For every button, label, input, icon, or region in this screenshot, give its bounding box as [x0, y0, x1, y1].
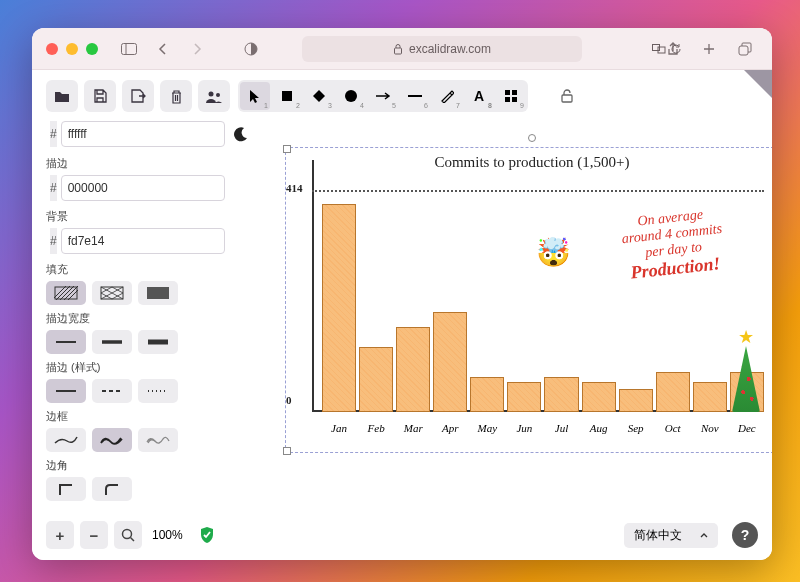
stroke-style-solid[interactable]	[46, 379, 86, 403]
svg-rect-6	[739, 46, 748, 55]
properties-panel: # 描边 # 背景 # 填充	[46, 120, 222, 501]
canvas-selection[interactable]: Commits to production (1,500+) 414 0 Jan…	[288, 150, 772, 450]
export-button[interactable]	[122, 80, 154, 112]
background-hex-input[interactable]	[61, 228, 225, 254]
resize-handle-bl[interactable]	[283, 447, 291, 455]
svg-rect-13	[512, 90, 517, 95]
x-tick-label: Apr	[433, 422, 467, 434]
back-button[interactable]	[150, 37, 176, 61]
background-label: 背景	[46, 209, 222, 224]
dark-mode-toggle[interactable]	[233, 120, 249, 148]
svg-rect-0	[122, 43, 137, 54]
sloppiness-architect[interactable]	[46, 428, 86, 452]
fill-cross[interactable]	[92, 281, 132, 305]
x-tick-label: May	[470, 422, 504, 434]
language-selector[interactable]: 简体中文	[624, 523, 718, 548]
canvas-bg-input[interactable]	[61, 121, 225, 147]
tool-ellipse[interactable]: 4	[336, 82, 366, 110]
tool-rectangle[interactable]: 2	[272, 82, 302, 110]
sloppiness-label: 边框	[46, 409, 222, 424]
forward-button[interactable]	[184, 37, 210, 61]
fill-hachure[interactable]	[46, 281, 86, 305]
tool-line[interactable]: 6	[400, 82, 430, 110]
lock-tool-button[interactable]	[554, 84, 580, 108]
open-button[interactable]	[46, 80, 78, 112]
new-tab-icon[interactable]	[696, 37, 722, 61]
window-controls	[46, 43, 98, 55]
stroke-width-thick[interactable]	[138, 330, 178, 354]
star-icon: ★	[738, 326, 754, 348]
svg-rect-17	[55, 287, 77, 299]
zoom-value[interactable]: 100%	[148, 528, 187, 542]
edges-sharp[interactable]	[46, 477, 86, 501]
x-tick-label: Mar	[396, 422, 430, 434]
close-window-button[interactable]	[46, 43, 58, 55]
browser-window: excalidraw.com	[32, 28, 772, 560]
x-tick-label: Jul	[544, 422, 578, 434]
x-tick-label: Feb	[359, 422, 393, 434]
address-bar[interactable]: excalidraw.com	[302, 36, 582, 62]
tool-text[interactable]: A8	[464, 82, 494, 110]
svg-point-7	[209, 91, 214, 96]
svg-rect-12	[505, 90, 510, 95]
svg-point-8	[216, 93, 220, 97]
save-button[interactable]	[84, 80, 116, 112]
zoom-in-button[interactable]: +	[46, 521, 74, 549]
zoom-reset-button[interactable]	[114, 521, 142, 549]
stroke-style-label: 描边 (样式)	[46, 360, 222, 375]
encryption-shield-icon[interactable]	[199, 526, 215, 544]
x-tick-label: Jan	[322, 422, 356, 434]
minimize-window-button[interactable]	[66, 43, 78, 55]
hash-icon: #	[50, 228, 57, 254]
stroke-style-dashed[interactable]	[92, 379, 132, 403]
stroke-style-dotted[interactable]	[138, 379, 178, 403]
fill-solid[interactable]	[138, 281, 178, 305]
library-corner-icon[interactable]	[744, 70, 772, 98]
file-actions	[46, 80, 230, 112]
titlebar: excalidraw.com	[32, 28, 772, 70]
stroke-label: 描边	[46, 156, 222, 171]
x-tick-label: Oct	[656, 422, 690, 434]
tool-selection[interactable]: 1	[240, 82, 270, 110]
y-max-label: 414	[286, 182, 303, 194]
hash-icon: #	[50, 175, 57, 201]
stroke-width-thin[interactable]	[46, 330, 86, 354]
translate-icon[interactable]	[652, 44, 666, 54]
zoom-out-button[interactable]: −	[80, 521, 108, 549]
stroke-width-label: 描边宽度	[46, 311, 222, 326]
svg-rect-9	[282, 91, 292, 101]
svg-rect-18	[101, 287, 123, 299]
chart-gridline-max	[312, 190, 764, 192]
tool-image[interactable]: 9	[496, 82, 526, 110]
fill-label: 填充	[46, 262, 222, 277]
help-button[interactable]: ?	[732, 522, 758, 548]
tool-arrow[interactable]: 5	[368, 82, 398, 110]
privacy-icon[interactable]	[238, 37, 264, 61]
edges-round[interactable]	[92, 477, 132, 501]
clear-canvas-button[interactable]	[160, 80, 192, 112]
x-tick-label: Dec	[730, 422, 764, 434]
sloppiness-cartoonist[interactable]	[138, 428, 178, 452]
x-tick-label: Nov	[693, 422, 727, 434]
tool-draw[interactable]: 7	[432, 82, 462, 110]
exploding-head-emoji: 🤯	[536, 236, 571, 269]
stroke-hex-input[interactable]	[61, 175, 225, 201]
svg-point-26	[122, 529, 131, 538]
collaborate-button[interactable]	[198, 80, 230, 112]
sidebar-toggle-icon[interactable]	[116, 37, 142, 61]
language-label: 简体中文	[634, 527, 682, 544]
tabs-icon[interactable]	[732, 37, 758, 61]
x-tick-label: Sep	[619, 422, 653, 434]
fullscreen-window-button[interactable]	[86, 43, 98, 55]
edges-label: 边角	[46, 458, 222, 473]
y-min-label: 0	[286, 394, 292, 406]
rotate-handle[interactable]	[528, 134, 536, 142]
stroke-width-medium[interactable]	[92, 330, 132, 354]
tool-diamond[interactable]: 3	[304, 82, 334, 110]
reload-icon[interactable]	[670, 43, 682, 55]
chevron-up-icon	[700, 533, 708, 538]
sloppiness-artist[interactable]	[92, 428, 132, 452]
url-text: excalidraw.com	[409, 42, 491, 56]
svg-rect-16	[562, 95, 572, 102]
resize-handle-tl[interactable]	[283, 145, 291, 153]
